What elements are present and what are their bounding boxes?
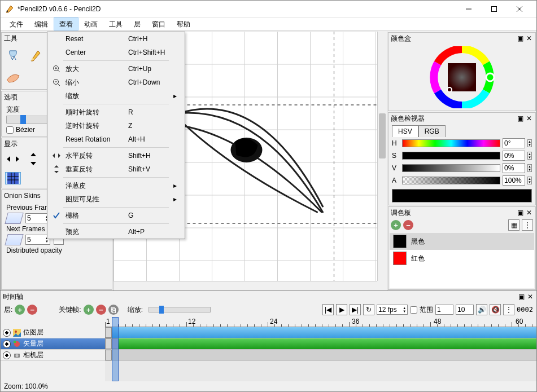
key-dup-button[interactable]: ⎘ [108,305,119,315]
goto-start-button[interactable]: |◀ [322,304,334,315]
menu-option[interactable]: 逆时针旋转Z [47,119,185,133]
color-wheel[interactable] [428,46,496,108]
maximize-button[interactable] [481,1,507,17]
svg-line-7 [58,70,60,72]
playhead[interactable] [112,317,119,381]
menu-option[interactable]: 预览Alt+P [47,225,185,239]
close-button[interactable] [507,1,532,17]
alpha-slider[interactable] [402,177,500,184]
menu-option[interactable]: 放大Ctrl+Up [47,62,185,76]
menu-option[interactable]: 洋葱皮▸ [47,179,185,192]
menu-option[interactable]: 垂直反转Shift+V [47,162,185,176]
onion-prev-thumb[interactable] [5,213,23,224]
palette-remove-button[interactable]: − [403,220,413,230]
menu-item-7[interactable]: 帮助 [171,17,196,30]
svg-point-1 [7,10,8,12]
svg-rect-3 [491,6,496,11]
view-menu-dropdown: ResetCtrl+HCenterCtrl+Shift+H放大Ctrl+Up缩小… [47,32,185,239]
menu-item-5[interactable]: 层 [128,17,146,30]
svg-rect-46 [14,341,16,343]
key-add-button[interactable]: + [84,305,94,315]
sat-slider[interactable] [402,152,500,160]
menu-option[interactable]: 水平反转Shift+H [47,149,185,162]
menu-item-0[interactable]: 文件 [4,17,29,30]
val-slider[interactable] [402,164,500,172]
range-end-input[interactable]: 10 [456,305,474,315]
rgb-tab[interactable]: RGB [418,125,446,137]
timeline-ruler[interactable]: 11224364860 [105,317,536,327]
menu-item-3[interactable]: 动画 [78,17,103,30]
close-icon[interactable]: ✕ [525,34,533,42]
visibility-toggle[interactable] [3,329,11,337]
alpha-input[interactable]: 100% [503,175,525,186]
menu-option[interactable]: 栅格G [47,209,185,222]
palette-menu-button[interactable]: ⋮ [522,219,533,231]
layer-add-button[interactable]: + [15,305,25,315]
layer-row[interactable]: 矢量层 [1,338,105,350]
goto-end-button[interactable]: ▶| [350,304,361,315]
close-icon[interactable]: ✕ [526,293,534,301]
fps-input[interactable]: 12 fps▲▼ [377,305,408,315]
val-input[interactable]: 0% [503,163,525,173]
menu-option[interactable]: ResetCtrl+H [47,32,185,46]
mirror-v-button[interactable] [25,153,41,165]
close-icon[interactable]: ✕ [525,209,533,217]
canvas-hscrollbar[interactable] [113,281,377,290]
play-button[interactable]: ▶ [336,304,347,315]
palette-title: 调色板 [391,208,515,218]
menu-option[interactable]: 缩小Ctrl+Down [47,76,185,89]
onion-next-thumb[interactable] [5,234,23,245]
menu-item-6[interactable]: 窗口 [146,17,171,30]
timeline-zoom-slider[interactable] [149,307,211,312]
pencil-tool[interactable] [27,46,45,64]
visibility-toggle[interactable] [3,340,11,348]
undock-icon[interactable]: ▣ [516,34,524,42]
grid-button[interactable] [5,172,21,184]
timeline-title: 时间轴 [3,292,516,302]
bitmap-track[interactable] [105,327,536,338]
canvas-vscrollbar[interactable] [377,32,387,281]
layer-remove-button[interactable]: − [27,305,37,315]
vector-track[interactable] [105,338,536,350]
clear-tool[interactable] [4,46,22,64]
sound-on-button[interactable]: 🔊 [476,304,487,315]
palette-add-button[interactable]: + [391,220,401,230]
range-start-input[interactable]: 1 [435,305,453,315]
undock-icon[interactable]: ▣ [516,114,524,122]
colorbox-title: 颜色盒 [391,34,515,43]
palette-item[interactable]: 黑色 [390,233,534,250]
frame-counter: 0002 [517,306,533,314]
close-icon[interactable]: ✕ [525,114,533,122]
sat-input[interactable]: 0% [503,151,525,161]
camera-track[interactable] [105,350,536,361]
hue-input[interactable]: 0° [503,138,525,148]
menu-option[interactable]: 缩放▸ [47,89,185,103]
menu-item-4[interactable]: 工具 [103,17,128,30]
sound-mute-button[interactable]: 🔇 [490,304,501,315]
palette-grid-button[interactable]: ▦ [508,219,519,231]
undock-icon[interactable]: ▣ [516,209,524,217]
loop-button[interactable]: ↻ [363,304,374,315]
minimize-button[interactable] [456,1,481,17]
timeline-menu-button[interactable]: ⋮ [503,304,514,315]
palette-item[interactable]: 红色 [390,250,534,267]
svg-rect-40 [448,63,476,91]
layer-row[interactable]: 相机层 [1,350,105,361]
key-remove-button[interactable]: − [96,305,106,315]
mirror-h-button[interactable] [5,153,21,165]
layer-row[interactable]: 位图层 [1,327,105,338]
palette-list: 黑色红色 [390,233,534,288]
hue-slider[interactable] [402,139,500,147]
hsv-tab[interactable]: HSV [392,125,418,137]
menu-option[interactable]: 图层可见性▸ [47,192,185,206]
menu-option[interactable]: 顺时针旋转R [47,105,185,119]
menu-item-2[interactable]: 查看 [54,17,78,30]
menu-item-1[interactable]: 编辑 [29,17,54,30]
menu-option[interactable]: CenterCtrl+Shift+H [47,46,185,59]
range-checkbox[interactable] [410,306,417,314]
undock-icon[interactable]: ▣ [517,293,525,301]
smudge-tool[interactable] [4,69,22,87]
colorbox-panel: 颜色盒 ▣ ✕ [388,32,536,111]
menu-option[interactable]: Reset RotationAlt+H [47,133,185,146]
visibility-toggle[interactable] [3,351,11,359]
